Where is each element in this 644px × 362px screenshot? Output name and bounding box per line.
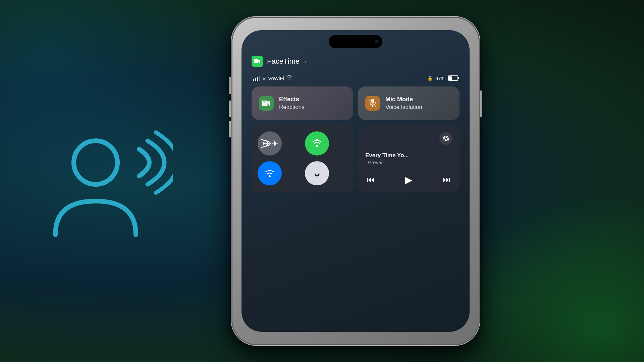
music-player-panel: Every Time Yo... I Prevail ⏮ ▶ ⏭	[358, 125, 460, 192]
music-title: Every Time Yo...	[365, 152, 452, 159]
controls-grid: ✈	[252, 125, 460, 192]
svg-point-0	[74, 141, 117, 184]
lock-icon: 🔒	[427, 76, 433, 81]
signal-bar-2	[255, 78, 256, 81]
svg-marker-14	[444, 139, 447, 141]
tiles-grid: Effects Reactions	[252, 86, 460, 120]
control-panel-left: ✈	[252, 125, 353, 192]
iphone-screen: FaceTime › Vi VoWiFi	[241, 30, 470, 332]
facetime-chevron: ›	[304, 58, 306, 65]
iphone-wrapper: FaceTime › Vi VoWiFi	[231, 17, 480, 345]
signal-bar-4	[259, 76, 260, 81]
mic-mode-tile[interactable]: Mic Mode Voice Isolation	[358, 86, 460, 120]
music-top	[365, 132, 452, 145]
battery-icon	[448, 75, 458, 81]
bluetooth-button[interactable]: ᴗ	[305, 161, 329, 185]
status-right: 🔒 37%	[427, 75, 458, 81]
person-sound-icon	[27, 106, 178, 256]
mic-subtitle: Voice Isolation	[385, 104, 422, 111]
signal-bar-3	[257, 77, 258, 81]
mic-icon	[365, 96, 380, 111]
dynamic-island	[329, 35, 382, 48]
airplay-button[interactable]	[439, 132, 452, 145]
effects-reactions-tile[interactable]: Effects Reactions	[252, 86, 353, 120]
battery-fill	[449, 76, 452, 80]
screen-content: FaceTime › Vi VoWiFi	[241, 48, 470, 332]
airplane-mode-button[interactable]: ✈	[258, 131, 282, 156]
svg-point-13	[269, 175, 271, 177]
wifi-status-icon	[286, 75, 292, 81]
status-bar: Vi VoWiFi 🔒 37%	[252, 75, 460, 81]
music-info: Every Time Yo... I Prevail	[365, 147, 452, 170]
effects-subtitle: Reactions	[279, 104, 305, 111]
music-artist: I Prevail	[365, 160, 452, 165]
camera-dot	[375, 40, 378, 43]
rewind-button[interactable]: ⏮	[365, 174, 376, 186]
mic-tile-text: Mic Mode Voice Isolation	[385, 96, 422, 111]
svg-rect-1	[254, 59, 258, 63]
signal-bars	[253, 75, 260, 81]
facetime-banner[interactable]: FaceTime ›	[252, 53, 460, 70]
battery-percent: 37%	[435, 75, 445, 81]
carrier-text: Vi VoWiFi	[262, 75, 284, 81]
facetime-label: FaceTime	[267, 57, 300, 66]
effects-title: Effects	[279, 96, 305, 103]
hotspot-button[interactable]	[305, 131, 329, 156]
status-left: Vi VoWiFi	[253, 75, 292, 81]
mic-title: Mic Mode	[385, 96, 422, 103]
fast-forward-button[interactable]: ⏭	[441, 174, 452, 186]
effects-icon	[259, 96, 274, 111]
facetime-icon	[252, 56, 263, 67]
music-controls: ⏮ ▶ ⏭	[365, 174, 452, 186]
iphone-frame: FaceTime › Vi VoWiFi	[231, 17, 480, 345]
signal-bar-1	[253, 79, 254, 81]
play-button[interactable]: ▶	[405, 174, 413, 185]
effects-tile-text: Effects Reactions	[279, 96, 305, 111]
wifi-button[interactable]	[258, 161, 282, 185]
svg-point-11	[316, 145, 318, 147]
